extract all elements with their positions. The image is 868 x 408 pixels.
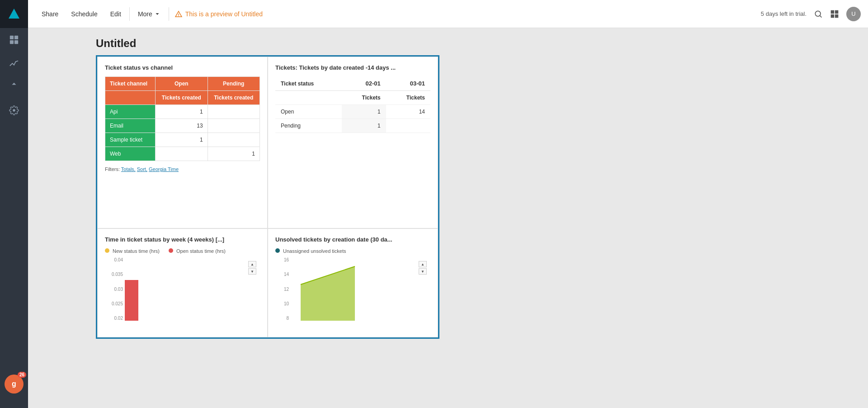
widget4-title: Unsolved tickets by creation date (30 da…: [275, 236, 430, 243]
svg-point-6: [815, 11, 821, 16]
sidebar: g 26: [0, 0, 28, 408]
legend4-label: Unassigned unsolved tickets: [283, 248, 346, 254]
chart4-legend: Unassigned unsolved tickets: [275, 248, 430, 254]
svg-rect-8: [831, 10, 835, 14]
tickets-sub1: Tickets: [342, 91, 386, 105]
grid-icon: [830, 9, 839, 19]
col-open-header: Open: [156, 77, 208, 91]
y-axis-labels: 0.04 0.035 0.03 0.025 0.02: [105, 257, 123, 321]
sidebar-item-analytics[interactable]: [0, 52, 28, 75]
filter-timezone[interactable]: Georgia Time: [149, 166, 179, 172]
date-col2: 03-01: [386, 76, 430, 91]
pending-03: [386, 119, 430, 133]
edit-button[interactable]: Edit: [104, 8, 127, 20]
widget-time-status: Time in ticket status by week (4 weeks) …: [97, 228, 268, 337]
channel-api: Api: [105, 105, 156, 119]
scroll-up-btn[interactable]: ▲: [248, 261, 256, 267]
date-col1: 02-01: [342, 76, 386, 91]
widget3-title: Time in ticket status by week (4 weeks) …: [105, 236, 260, 243]
filters-label: Filters:: [105, 166, 120, 172]
svg-rect-4: [14, 40, 18, 44]
filter-totals[interactable]: Totals,: [121, 166, 136, 172]
topbar-divider: [129, 7, 130, 21]
svg-rect-9: [835, 10, 839, 14]
legend1-item: New status time (hrs): [105, 248, 160, 254]
sample-pending: [208, 133, 259, 147]
date1-label: 02-01: [347, 80, 381, 87]
avatar-initial: g: [12, 380, 16, 388]
page-title: Untitled: [28, 28, 868, 55]
topbar-divider2: [169, 7, 169, 21]
more-button[interactable]: More: [132, 8, 167, 20]
widget2-title: Tickets: Tickets by date created -14 day…: [275, 64, 430, 71]
sidebar-item-settings[interactable]: [0, 99, 28, 122]
topbar-user-avatar[interactable]: U: [846, 7, 861, 21]
filter-sort[interactable]: Sort,: [137, 166, 147, 172]
legend4-dot: [275, 248, 280, 253]
search-button[interactable]: [814, 9, 823, 19]
share-button[interactable]: Share: [35, 8, 65, 20]
search-icon: [814, 9, 823, 19]
svg-rect-2: [14, 36, 18, 39]
topbar-right: 5 days left in trial. U: [761, 7, 861, 21]
svg-chart-wrap: [292, 257, 427, 321]
widget1-title: Ticket status vs channel: [105, 64, 260, 71]
user-initial: U: [851, 10, 855, 17]
col-channel-header: Ticket channel: [105, 77, 156, 91]
legend2-dot: [169, 248, 173, 253]
channel-web: Web: [105, 147, 156, 161]
date-table: Ticket status 02-01 03-01 Tickets: [275, 76, 430, 133]
channel-sample: Sample ticket: [105, 133, 156, 147]
svg-rect-10: [831, 14, 835, 18]
table-row: Api 1: [105, 105, 260, 119]
dashboard-grid: Ticket status vs channel Ticket channel …: [97, 57, 438, 337]
col-pending-header: Pending: [208, 77, 259, 91]
bar-chart-bars: [125, 257, 260, 321]
chart3-legend: New status time (hrs) Open status time (…: [105, 248, 260, 254]
warning-icon: [175, 10, 183, 18]
web-open: [156, 147, 208, 161]
blank-sub: [275, 91, 342, 105]
legend1-label: New status time (hrs): [113, 248, 160, 254]
widget-ticket-status: Ticket status vs channel Ticket channel …: [97, 57, 268, 228]
legend1-dot: [105, 248, 109, 253]
ticket-status-table: Ticket channel Open Pending Ticke: [105, 76, 260, 161]
main-content: Untitled Ticket status vs channel Ticket…: [28, 28, 868, 408]
sidebar-logo[interactable]: [0, 0, 28, 28]
sidebar-item-upload[interactable]: [0, 75, 28, 99]
more-label: More: [138, 10, 152, 18]
scroll-down-btn[interactable]: ▼: [248, 268, 256, 275]
scroll-buttons4: ▲ ▼: [419, 261, 427, 275]
open-row-label: Open: [275, 105, 342, 119]
svg-rect-3: [10, 40, 14, 44]
grid-button[interactable]: [830, 9, 839, 19]
table-row: Web 1: [105, 147, 260, 161]
sample-open: 1: [156, 133, 208, 147]
scroll-up-btn4[interactable]: ▲: [419, 261, 427, 267]
ticket-status-col: Ticket status: [275, 76, 342, 91]
legend2-item: Open status time (hrs): [169, 248, 226, 254]
svg-marker-0: [9, 9, 19, 19]
date2-label: 03-01: [392, 80, 425, 87]
web-pending: 1: [208, 147, 259, 161]
api-open: 1: [156, 105, 208, 119]
svg-marker-12: [301, 266, 355, 321]
trial-text: 5 days left in trial.: [761, 10, 807, 17]
col-channel-sub: [105, 91, 156, 105]
notification-badge: 26: [18, 372, 26, 378]
svg-rect-1: [10, 36, 14, 39]
legend2-label: Open status time (hrs): [176, 248, 226, 254]
open-label: Open: [175, 81, 189, 87]
table-row: Sample ticket 1: [105, 133, 260, 147]
tickets-sub2: Tickets: [386, 91, 430, 105]
scroll-down-btn4[interactable]: ▼: [419, 268, 427, 275]
sidebar-avatar[interactable]: g 26: [5, 375, 24, 394]
sidebar-item-dashboard[interactable]: [0, 28, 28, 52]
filters: Filters: Totals, Sort, Georgia Time: [105, 166, 260, 172]
bar-group-1: [125, 280, 138, 321]
api-pending: [208, 105, 259, 119]
col-pending-sub: Tickets created: [208, 91, 259, 105]
channel-email: Email: [105, 119, 156, 133]
schedule-button[interactable]: Schedule: [65, 8, 104, 20]
line-chart-svg: [292, 257, 427, 321]
